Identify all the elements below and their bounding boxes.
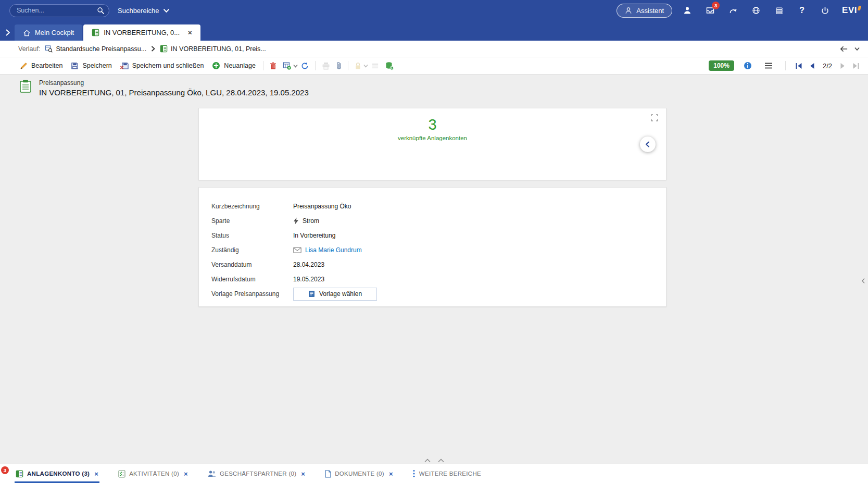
record-title: IN VORBEREITUNG, 01, Preisanpassung Öko,… [39,88,309,97]
zoom-level-badge[interactable]: 100% [709,60,734,71]
close-icon[interactable]: × [389,470,393,477]
tab-label: Mein Cockpit [35,29,74,36]
search-areas-label: Suchbereiche [118,7,159,15]
search-icon[interactable] [97,7,105,15]
search-areas-dropdown[interactable]: Suchbereiche [117,5,171,17]
bottom-panel-handle[interactable] [424,459,445,463]
datasource-button[interactable] [771,3,787,18]
power-icon [821,7,829,15]
bottom-tab-geschaeftspartner[interactable]: GESCHÄFTSPARTNER (0) × [208,464,305,483]
field-value: In Vorbereitung [293,232,335,239]
menu-button[interactable] [761,59,776,72]
server-icon [775,7,783,15]
assistant-icon [625,7,632,14]
partners-icon [208,470,216,477]
new-record-label: Neuanlage [224,62,255,69]
record-type-label: Preisanpassung [39,79,309,86]
search-result-icon [45,45,53,53]
kpi-value[interactable]: 3 [199,116,666,133]
field-label: Widerrufsdatum [211,276,293,283]
hamburger-icon [764,62,773,69]
last-record-button[interactable] [852,63,860,69]
edit-label: Bearbeiten [31,62,62,69]
template-doc-icon [308,290,315,298]
close-icon[interactable]: × [94,470,98,477]
tab-mein-cockpit[interactable]: Mein Cockpit [15,24,82,41]
archive-icon [371,62,379,70]
breadcrumb-item-record[interactable]: IN VORBEREITUNG, 01, Preis... [160,45,266,53]
next-record-button[interactable] [840,63,846,69]
help-button[interactable]: ? [794,3,810,18]
export-dropdown-caret[interactable] [293,64,298,68]
close-icon[interactable]: × [301,470,305,477]
detail-form-card: Kurzbezeichnung Preisanpassung Öko Spart… [198,187,666,307]
assistant-button[interactable]: Assistent [617,4,672,18]
toolbar-separator [315,61,316,70]
form-row: Sparte Strom [211,214,666,228]
edit-button[interactable]: Bearbeiten [16,59,67,72]
trash-icon [270,62,276,70]
globe-button[interactable] [748,3,764,18]
brand-mark-icon [858,6,861,10]
tab-active-record[interactable]: IN VORBEREITUNG, 0... × [83,24,200,41]
save-button[interactable]: Speichern [67,59,116,72]
field-label: Vorlage Preisanpassung [211,290,293,298]
delete-button[interactable] [267,59,280,72]
responsible-person-link[interactable]: Lisa Marie Gundrum [293,246,362,254]
toolbar-separator [263,61,263,70]
brand-text: EVI [842,5,857,16]
kpi-content: 3 verknüpfte Anlagenkonten [199,108,666,141]
notification-badge: 3 [1,466,9,474]
form-row: Widerrufsdatum 19.05.2023 [211,272,666,287]
form-row: Zuständig Lisa Marie Gundrum [211,243,666,257]
collapse-right-panel-chevron[interactable] [861,278,865,284]
record-icon [160,45,168,53]
tab-bar: Mein Cockpit IN VORBEREITUNG, 0... × [0,21,868,41]
tab-label: ANLAGENKONTO (3) [27,470,90,477]
bottom-tab-dokumente[interactable]: DOKUMENTE (0) × [325,464,393,483]
lock-button[interactable] [351,59,364,72]
bottom-tab-bar: 3 ANLAGENKONTO (3) × AKTIVITÄTEN (0) × G… [0,464,868,483]
user-button[interactable] [680,3,695,18]
close-icon[interactable]: × [184,470,188,477]
chevron-up-icon [437,459,445,463]
logout-button[interactable] [817,3,833,18]
breadcrumb-item-search[interactable]: Standardsuche Preisanpassu... [45,45,146,53]
expand-sidebar-chevron-icon[interactable] [5,29,10,36]
save-and-close-button[interactable]: Speichern und schließen [116,59,208,72]
previous-record-button[interactable] [809,63,815,69]
field-value: 28.04.2023 [293,261,324,268]
collapse-kpi-panel-button[interactable] [640,137,656,152]
print-button[interactable] [319,59,333,72]
attachment-button[interactable] [333,59,345,72]
choose-template-button[interactable]: Vorlage wählen [293,288,377,301]
info-button[interactable] [740,59,755,72]
new-record-button[interactable]: Neuanlage [208,59,259,72]
inbox-button[interactable]: 3 [702,3,718,18]
lock-icon [355,62,361,70]
first-record-button[interactable] [795,63,802,69]
record-pager: 2/2 [795,62,860,70]
refresh-button[interactable] [298,59,312,72]
bottom-tab-aktivitaeten[interactable]: AKTIVITÄTEN (0) × [118,464,188,483]
redo-button[interactable] [725,3,741,18]
form-row: Versanddatum 28.04.2023 [211,257,666,272]
plus-circle-icon [212,61,220,70]
history-dropdown-caret[interactable] [854,47,860,51]
more-areas-button[interactable]: WEITERE BEREICHE [413,469,481,478]
mail-icon [293,247,301,253]
bottom-tab-anlagenkonto[interactable]: ANLAGENKONTO (3) × [16,464,98,483]
info-icon [744,61,752,70]
close-icon[interactable]: × [188,29,192,36]
chevron-left-icon [645,141,651,147]
history-back-button[interactable] [839,45,848,53]
export-table-button[interactable] [280,59,294,72]
fullscreen-icon[interactable] [650,114,659,122]
field-label: Versanddatum [211,261,293,268]
table-add-icon [283,61,291,70]
archive-button[interactable] [368,59,382,72]
add-to-dataset-button[interactable] [382,59,397,73]
toolbar-separator [785,61,786,70]
field-value: 19.05.2023 [293,276,324,283]
search-input[interactable] [9,4,109,17]
